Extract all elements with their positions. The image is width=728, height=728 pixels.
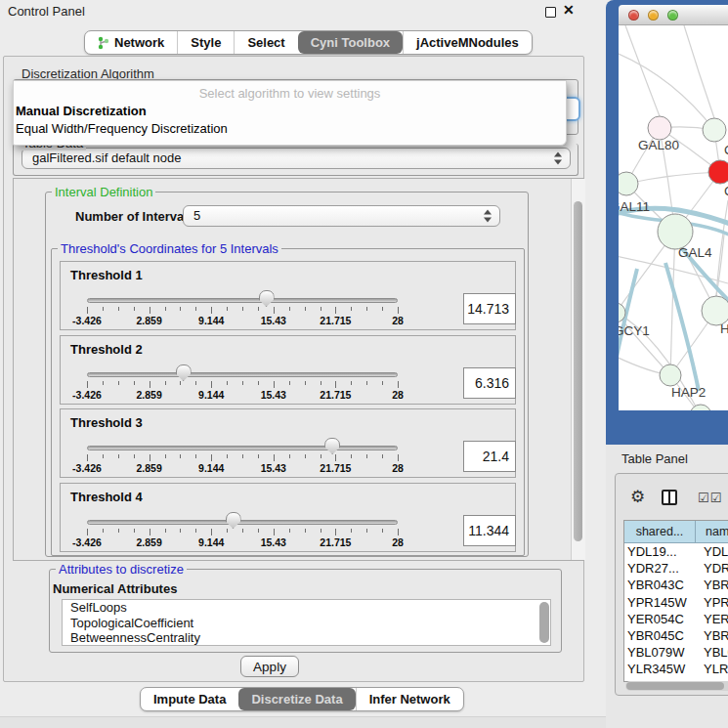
network-node-label: C — [724, 184, 728, 198]
node-attribute-table: shared... nam YDL19... YDL1 YDR27... YDR… — [623, 520, 728, 682]
attribute-item[interactable]: SelfLoops — [63, 600, 550, 616]
cell-name: YPR1 — [698, 595, 728, 610]
tab-network[interactable]: Network — [85, 31, 177, 54]
network-node-label: GCY1 — [619, 323, 650, 338]
thresholds-group: Threshold's Coordinates for 5 Intervals … — [51, 248, 525, 556]
scrollbar-thumb[interactable] — [574, 201, 582, 541]
dropdown-prompt-item[interactable]: Select algorithm to view settings — [14, 86, 566, 101]
number-of-intervals-combobox[interactable]: 5 — [183, 205, 500, 227]
network-node-label: GAL4 — [678, 245, 712, 260]
table-panel-area: Table Panel ⚙ ☑☑ shared... nam YDL19... … — [606, 445, 728, 728]
network-node[interactable] — [708, 160, 728, 184]
numerical-attributes-list[interactable]: SelfLoops TopologicalCoefficient Between… — [62, 599, 551, 646]
threshold-label: Threshold 3 — [70, 415, 143, 430]
cell-name: YLR3 — [698, 662, 728, 676]
horizontal-scrollbar-thumb[interactable] — [626, 682, 724, 690]
apply-button[interactable]: Apply — [240, 656, 299, 677]
table-row[interactable]: YDR27... YDR2 — [624, 560, 728, 577]
select-columns-checkboxes-icon[interactable]: ☑☑ — [698, 491, 722, 505]
table-row[interactable]: YBL079W YBL0 — [624, 644, 728, 661]
algorithm-dropdown-popup: Select algorithm to view settings Manual… — [13, 80, 567, 146]
attribute-item[interactable]: TopologicalCoefficient — [63, 616, 550, 631]
split-columns-icon[interactable] — [662, 490, 677, 505]
slider-track[interactable] — [87, 520, 398, 525]
table-row[interactable]: YLR345W YLR3 — [624, 661, 728, 677]
tab-infer-network[interactable]: Infer Network — [356, 688, 463, 710]
slider-thumb[interactable] — [176, 364, 192, 381]
network-graph: GAL80GCGAL11GAL4GCY1HHAP2 — [619, 25, 728, 410]
slider-ticks — [61, 454, 515, 462]
tab-jactivemnodules[interactable]: jActiveMNodules — [403, 31, 532, 54]
horizontal-scrollbar[interactable] — [625, 681, 728, 691]
tab-discretize-data[interactable]: Discretize Data — [238, 688, 355, 710]
network-node-label: HAP2 — [671, 385, 706, 400]
cell-name: YER0 — [698, 612, 728, 626]
slider-thumb[interactable] — [226, 512, 241, 529]
slider-ticks — [61, 381, 515, 389]
slider-track[interactable] — [87, 446, 398, 450]
slider-tick-labels: -3.4262.8599.14415.4321.71528 — [61, 389, 515, 401]
slider-thumb[interactable] — [324, 438, 340, 454]
close-icon[interactable]: ✕ — [563, 2, 575, 18]
attribute-item[interactable]: BetweennessCentrality — [63, 630, 550, 646]
threshold-label: Threshold 1 — [70, 268, 143, 282]
network-view-window: GAL80GCGAL11GAL4GCY1HHAP2 — [606, 0, 728, 445]
tab-impute-data[interactable]: Impute Data — [141, 688, 238, 710]
tab-select[interactable]: Select — [234, 31, 297, 54]
table-panel: ⚙ ☑☑ shared... nam YDL19... YDL1 YDR27..… — [615, 473, 728, 696]
network-node[interactable] — [703, 118, 726, 142]
table-row[interactable]: YBR045C YBR0 — [624, 627, 728, 644]
table-data-combobox[interactable]: galFiltered.sif default node — [21, 148, 571, 169]
threshold-value-field[interactable]: 11.344 — [463, 515, 516, 546]
table-row[interactable]: YPR145W YPR1 — [624, 594, 728, 611]
cell-shared-name: YDL19... — [624, 544, 698, 559]
network-node[interactable] — [648, 116, 671, 140]
thresholds-group-label: Threshold's Coordinates for 5 Intervals — [58, 241, 281, 256]
network-window-titlebar[interactable] — [619, 5, 728, 25]
threshold-value-field[interactable]: 14.713 — [463, 293, 516, 324]
threshold-value-field[interactable]: 6.316 — [463, 367, 516, 399]
close-traffic-light-icon[interactable] — [628, 10, 639, 21]
table-rows: YDL19... YDL1 YDR27... YDR2 YBR043C YBR0… — [624, 543, 728, 682]
threshold-label: Threshold 4 — [70, 490, 143, 504]
slider-tick-labels: -3.4262.8599.14415.4321.71528 — [61, 536, 515, 548]
network-node-label: GAL80 — [638, 138, 679, 152]
cell-shared-name: YBL079W — [624, 645, 698, 660]
slider-thumb[interactable] — [259, 290, 275, 307]
table-row[interactable]: YER054C YER0 — [624, 611, 728, 627]
table-row[interactable]: YDL19... YDL1 — [624, 543, 728, 560]
column-header-shared-name[interactable]: shared... — [624, 521, 696, 542]
cyni-mode-tabs: Impute Data Discretize Data Infer Networ… — [140, 687, 464, 711]
network-node[interactable] — [660, 364, 681, 386]
gear-icon[interactable]: ⚙ — [630, 489, 645, 505]
interval-definition-label: Interval Definition — [52, 185, 155, 199]
threshold-value-field[interactable]: 21.4 — [463, 441, 516, 472]
network-node[interactable] — [658, 214, 693, 249]
vertical-scrollbar[interactable] — [571, 179, 585, 560]
combobox-stepper-icon — [554, 152, 563, 165]
network-node-label: G — [724, 143, 728, 157]
tab-style[interactable]: Style — [177, 31, 234, 54]
slider-ticks — [61, 307, 515, 315]
float-window-icon[interactable] — [545, 7, 556, 18]
cell-shared-name: YLR345W — [624, 662, 698, 676]
minimize-traffic-light-icon[interactable] — [648, 10, 659, 21]
dropdown-option-manual-discretization[interactable]: Manual Discretization — [16, 104, 147, 118]
dropdown-option-equal-width[interactable]: Equal Width/Frequency Discretization — [16, 121, 228, 136]
slider-track[interactable] — [87, 372, 398, 377]
column-header-name[interactable]: nam — [696, 521, 728, 542]
network-node[interactable] — [619, 172, 638, 195]
zoom-traffic-light-icon[interactable] — [667, 10, 678, 21]
network-node-label: H — [720, 321, 728, 336]
threshold-panel: Threshold 2 -3.4262.8599.14415.4321.7152… — [60, 335, 516, 405]
slider-track[interactable] — [87, 298, 398, 303]
attributes-scrollbar-thumb[interactable] — [539, 602, 549, 643]
table-row[interactable]: YBR043C YBR0 — [624, 577, 728, 593]
threshold-panel: Threshold 3 -3.4262.8599.14415.4321.7152… — [60, 408, 516, 478]
control-panel-tabs: Network Style Select Cyni Toolbox jActiv… — [84, 30, 533, 55]
tab-cyni-toolbox[interactable]: Cyni Toolbox — [298, 31, 403, 54]
slider-tick-labels: -3.4262.8599.14415.4321.71528 — [61, 315, 515, 326]
attributes-to-discretize-group: Attributes to discretize Numerical Attri… — [49, 569, 562, 653]
network-canvas[interactable]: GAL80GCGAL11GAL4GCY1HHAP2 — [619, 25, 728, 410]
table-panel-title: Table Panel — [621, 451, 688, 466]
